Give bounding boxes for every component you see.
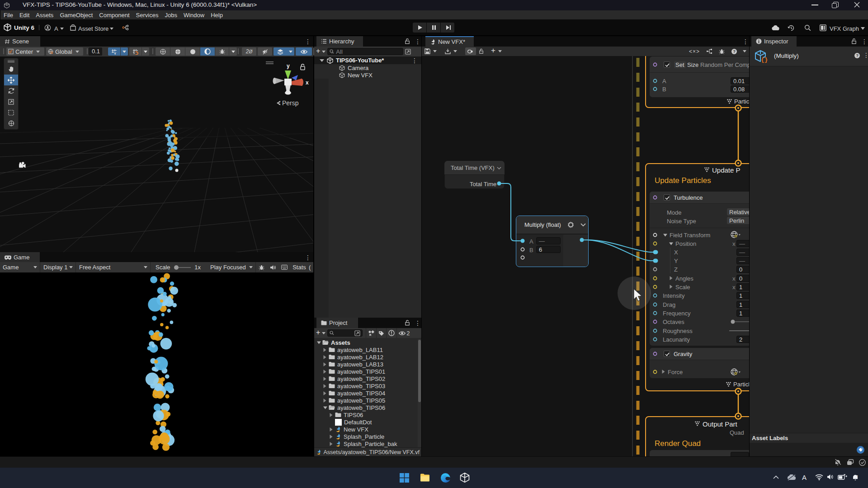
svg-text:?: ? [856,53,859,58]
svg-text:?: ? [733,49,736,54]
svg-text:y: y [287,63,290,69]
svg-text:x: x [306,80,309,86]
svg-text:Y: Y [114,51,116,55]
svg-text:{}: {} [761,56,768,63]
svg-text:z: z [856,474,858,478]
svg-text:Persp: Persp [282,99,299,107]
